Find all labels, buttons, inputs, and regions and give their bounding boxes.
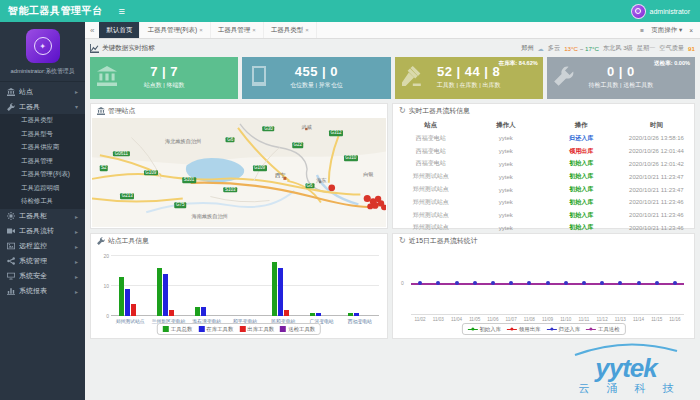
- road-badge: G312: [329, 131, 343, 137]
- refresh-icon[interactable]: ↻: [399, 237, 406, 245]
- bar-出库工具数: [169, 310, 174, 316]
- tab-bar: « 默认首页工器具管理(列表)×工器具管理×工器具类型× ≡ 页面操作 ▾ ×: [85, 22, 700, 39]
- line-chart: 0: [411, 256, 684, 308]
- bar-group: [111, 256, 149, 316]
- hamburger-menu-icon[interactable]: ≡: [113, 5, 131, 17]
- close-all-tabs-icon[interactable]: ×: [689, 27, 693, 34]
- bar-出库工具数: [131, 304, 136, 316]
- line-x-label: 11/15: [648, 317, 666, 322]
- chevron-down-icon: ▾: [75, 103, 78, 110]
- kpi-title: 关键数据实时指标: [102, 44, 155, 53]
- bar-group: [188, 256, 226, 316]
- legend-item[interactable]: 在库工具数: [198, 326, 233, 333]
- tab-close-icon[interactable]: ×: [305, 27, 309, 33]
- flow-operator: yytek: [468, 170, 543, 183]
- cloud-icon: ☁: [538, 45, 544, 52]
- stat-card-inspect: 送检率: 0.00%0 | 0待检工具数 | 送检工具数: [547, 57, 695, 99]
- user-avatar-icon: [631, 4, 646, 19]
- flow-table-body: 西福变电站yytek归还入库2020/10/26 13:58:16西福变电站yy…: [393, 132, 694, 247]
- chevron-right-icon: ▸: [75, 288, 78, 295]
- sidebar-subitem-tools-1[interactable]: 工器具型号: [0, 128, 85, 142]
- bar-y-tick: 10: [98, 283, 109, 289]
- tab-0[interactable]: 默认首页: [99, 22, 140, 38]
- flow-panel-title: 实时工器具流转信息: [409, 106, 470, 116]
- flow-col-header: 操作人: [468, 118, 543, 132]
- weather-city: 郑州: [521, 44, 533, 53]
- sidebar-item-sys-report[interactable]: 系统报表▸: [0, 284, 85, 299]
- line-x-label: 11/05: [466, 317, 484, 322]
- tab-2[interactable]: 工器具管理×: [211, 22, 264, 38]
- tab-3[interactable]: 工器具类型×: [264, 22, 317, 38]
- sidebar-item-tools[interactable]: 工器具▾: [0, 99, 85, 114]
- line-data-point: [436, 281, 440, 285]
- flow-action: 归还入库: [544, 132, 619, 145]
- flow-action: 初始入库: [544, 183, 619, 196]
- map-panel-title: 管理站点: [108, 106, 135, 116]
- flow-operator: yytek: [468, 209, 543, 222]
- weather-condition: 多云: [548, 44, 560, 53]
- bar-panel-title: 站点工具信息: [108, 236, 149, 246]
- sidebar-subitem-tools-4[interactable]: 工器具管理(列表): [0, 168, 85, 182]
- road-badge: S103: [223, 187, 237, 193]
- sidebar-subitem-tools-3[interactable]: 工器具管理: [0, 155, 85, 169]
- card-label: 待检工具数 | 送检工具数: [547, 81, 695, 90]
- legend-item[interactable]: 归还入库: [547, 326, 581, 333]
- line-x-label: 11/10: [557, 317, 575, 322]
- site-map[interactable]: G0611S2G109S101G6G30G22G312G310S103G213G…: [92, 118, 386, 227]
- sidebar-item-sys-security[interactable]: 系统安全▸: [0, 269, 85, 284]
- chevron-right-icon: ▸: [75, 228, 78, 235]
- sidebar-subitem-tools-0[interactable]: 工器具类型: [0, 114, 85, 128]
- bar-工具总数: [157, 268, 162, 316]
- flow-action: 领用出库: [544, 145, 619, 158]
- sidebar-item-cabinet[interactable]: 工器具柜▸: [0, 209, 85, 224]
- flow-action: 初始入库: [544, 158, 619, 171]
- tab-close-icon[interactable]: ×: [252, 27, 256, 33]
- legend-item[interactable]: 出库工具数: [239, 326, 274, 333]
- app-logo-icon: ✦: [26, 29, 60, 63]
- flow-action: 初始入库: [544, 209, 619, 222]
- line-x-label: 11/08: [520, 317, 538, 322]
- sidebar-subitem-tools-5[interactable]: 工具追踪明细: [0, 182, 85, 196]
- tab-list-icon[interactable]: ≡: [640, 27, 644, 34]
- sidebar-item-site[interactable]: 站点▸: [0, 84, 85, 99]
- weather-bar: 郑州 ☁ 多云 13°C ~ 17°C 东北风 3级 星期一 空气质量 91: [521, 44, 695, 53]
- tabs-back-icon[interactable]: «: [85, 26, 99, 35]
- tab-close-icon[interactable]: ×: [199, 27, 203, 33]
- line-data-point: [600, 281, 604, 285]
- tab-1[interactable]: 工器具管理(列表)×: [140, 22, 210, 38]
- line-x-label: 11/07: [502, 317, 520, 322]
- page-actions-dropdown[interactable]: 页面操作 ▾: [651, 26, 682, 35]
- bar-x-label: 郑州测试站点: [111, 318, 149, 324]
- app-title: 智能工器具管理平台: [0, 4, 113, 18]
- legend-item[interactable]: 初始入库: [467, 326, 501, 333]
- bar-group: [302, 256, 340, 316]
- flow-time: 2020/10/21 11:23:46: [619, 209, 694, 222]
- share-icon: [7, 257, 15, 265]
- line-data-point: [618, 281, 622, 285]
- card-badge: 在库率: 84.62%: [499, 60, 538, 68]
- flow-site: 郑州测试站点: [393, 170, 468, 183]
- bar-在库工具数: [316, 313, 321, 316]
- flow-trend-chart-panel: ↻ 近15日工器具流转统计 0 11/0211/0311/0411/0511/0…: [392, 233, 695, 339]
- flow-table: 站点操作人操作时间 西福变电站yytek归还入库2020/10/26 13:58…: [393, 118, 694, 247]
- sidebar-user-label: administrator:系统管理员: [0, 67, 85, 76]
- line-data-point: [455, 281, 459, 285]
- line-chart-y-label: 0: [401, 280, 404, 286]
- sidebar-item-monitor[interactable]: 远程监控▸: [0, 239, 85, 254]
- wrench-icon: [7, 103, 15, 111]
- sidebar-item-flow[interactable]: 工器具流转▸: [0, 224, 85, 239]
- legend-item[interactable]: 领用出库: [507, 326, 541, 333]
- sidebar-item-sys-admin[interactable]: 系统管理▸: [0, 254, 85, 269]
- top-header: 智能工器具管理平台 ≡ administrator: [0, 0, 700, 22]
- refresh-icon[interactable]: ↻: [399, 107, 406, 115]
- sidebar-subitem-tools-2[interactable]: 工器具供应商: [0, 141, 85, 155]
- line-data-point: [582, 281, 586, 285]
- legend-item[interactable]: 工具送检: [586, 326, 620, 333]
- bar-group: [264, 256, 302, 316]
- user-menu[interactable]: administrator: [631, 4, 700, 19]
- legend-item[interactable]: 送检工具数: [280, 326, 315, 333]
- road-badge: G310: [344, 156, 358, 162]
- sidebar-subitem-tools-6[interactable]: 待检修工具: [0, 195, 85, 209]
- legend-item[interactable]: 工具总数: [163, 326, 193, 333]
- bar-y-tick: 20: [98, 253, 109, 259]
